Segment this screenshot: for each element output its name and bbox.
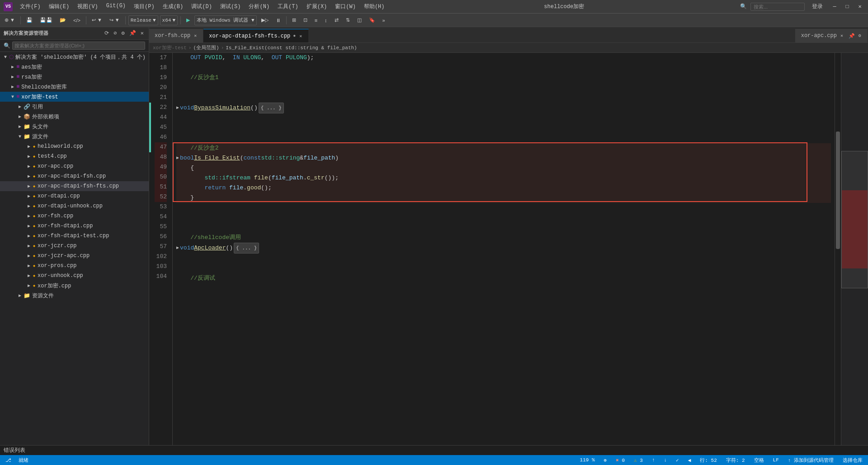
scrollbar-thumb[interactable] — [836, 132, 840, 249]
add-source-control[interactable]: ↑ 添加到源代码管理 — [786, 457, 835, 464]
toolbar-btn-7[interactable]: ◫ — [354, 15, 364, 25]
collapsed-block-57[interactable]: { ... } — [234, 243, 259, 254]
breadcrumb-item-2[interactable]: Is_File_Exist(const std::string & file_p… — [226, 45, 357, 51]
select-repo[interactable]: 选择仓库 — [841, 457, 864, 464]
vertical-scrollbar[interactable] — [835, 53, 841, 445]
file-test4[interactable]: ▶ ⬥ test4.cpp — [0, 151, 149, 161]
file-xor-jczr-apc[interactable]: ▶ ⬥ xor-jczr-apc.cpp — [0, 251, 149, 261]
line-ending[interactable]: LF — [771, 457, 781, 463]
undo-button[interactable]: ↩ ▼ — [89, 15, 105, 25]
zoom-level[interactable]: 119 % — [578, 457, 597, 463]
menu-extensions[interactable]: 扩展(X) — [303, 2, 331, 11]
tick-icon[interactable]: ✓ — [674, 457, 681, 463]
toolbar-btn-8[interactable]: 🔖 — [366, 15, 378, 25]
spaces-label[interactable]: 空格 — [752, 457, 766, 464]
save-all-button[interactable]: 💾💾 — [37, 15, 55, 25]
settings-icon[interactable]: ⚙ — [120, 29, 126, 37]
fold-arrow-48[interactable]: ▶ — [176, 153, 179, 163]
file-xor-jczr[interactable]: ▶ ⬥ xor-jczr.cpp — [0, 241, 149, 251]
toolbar-btn-4[interactable]: ↕ — [322, 15, 330, 25]
file-xor-encrypt[interactable]: ▶ ⬥ xor加密.cpp — [0, 281, 149, 291]
tree-sources[interactable]: ▼ 📁 源文件 — [0, 132, 149, 141]
code-content[interactable]: OUT PVOID, IN ULONG, OUT PULONG); //反沙盒1… — [173, 53, 835, 445]
warning-count[interactable]: ⚠ 3 — [632, 457, 645, 463]
open-button[interactable]: 📂 — [57, 15, 69, 25]
debugger-dropdown[interactable]: 本地 Windows 调试器 ▼ — [194, 15, 257, 25]
file-xor-apc[interactable]: ▶ ⬥ xor-apc.cpp — [0, 161, 149, 171]
menu-debug[interactable]: 调试(D) — [188, 2, 216, 11]
menu-help[interactable]: 帮助(H) — [360, 2, 388, 11]
attach-button[interactable]: ▶▷ — [259, 15, 271, 25]
menu-file[interactable]: 文件(F) — [16, 2, 44, 11]
menu-test[interactable]: 测试(S) — [217, 2, 245, 11]
tab-close-active[interactable]: ✕ — [298, 33, 303, 39]
minimize-button[interactable]: ─ — [830, 2, 839, 11]
menu-edit[interactable]: 编辑(E) — [45, 2, 73, 11]
tab-active[interactable]: xor-apc-dtapi-fsh-fts.cpp ● ✕ — [203, 29, 309, 42]
file-xor-fsh-dtapi[interactable]: ▶ ⬥ xor-fsh-dtapi.cpp — [0, 221, 149, 231]
file-xor-unhook[interactable]: ▶ ⬥ xor-unhook.cpp — [0, 271, 149, 281]
menu-build[interactable]: 生成(B) — [159, 2, 187, 11]
toolbar-btn-6[interactable]: ⇅ — [343, 15, 353, 25]
nav-down[interactable]: ↓ — [662, 457, 669, 463]
sync-icon[interactable]: ⟳ — [103, 29, 110, 37]
tree-references[interactable]: ▶ 🔗 引用 — [0, 102, 149, 112]
close-panel-icon[interactable]: ✕ — [139, 29, 145, 37]
new-project-button[interactable]: ⊕ ▼ — [2, 15, 18, 25]
menu-analyze[interactable]: 分析(N) — [245, 2, 273, 11]
bottom-panel-title[interactable]: 错误列表 — [4, 446, 25, 454]
project-rsa[interactable]: ▶ ■ rsa加密 — [0, 72, 149, 82]
git-branch[interactable]: ⎇ — [4, 457, 13, 463]
tree-resources[interactable]: ▶ 📁 资源文件 — [0, 291, 149, 301]
redo-button[interactable]: ↪ ▼ — [107, 15, 123, 25]
project-xor[interactable]: ▼ ■ xor加密-test — [0, 92, 149, 102]
file-helloworld[interactable]: ▶ ⬥ helloworld.cpp — [0, 141, 149, 151]
tab-close-xor-apc[interactable]: ✕ — [840, 33, 844, 39]
file-xor-fsh[interactable]: ▶ ⬥ xor-fsh.cpp — [0, 211, 149, 221]
breadcrumb-item-1[interactable]: (全局范围) — [193, 44, 219, 51]
collapsed-block-22[interactable]: { ... } — [259, 103, 284, 113]
save-button[interactable]: 💾 — [24, 15, 35, 25]
tree-external-deps[interactable]: ▶ 📦 外部依赖项 — [0, 112, 149, 122]
menu-tools[interactable]: 工具(T) — [274, 2, 302, 11]
filter-icon[interactable]: ⊘ — [112, 29, 118, 37]
toolbar-btn-9[interactable]: » — [380, 15, 388, 25]
pin-icon[interactable]: 📌 — [128, 29, 137, 37]
sidebar-search-input[interactable] — [12, 42, 145, 50]
char-col[interactable]: 字符: 2 — [724, 457, 747, 464]
file-xor-dtapi-unhook[interactable]: ▶ ⬥ xor-dtapi-unhook.cpp — [0, 201, 149, 211]
close-button[interactable]: ✕ — [855, 2, 864, 11]
menu-view[interactable]: 视图(V) — [74, 2, 102, 11]
tab-xor-fsh[interactable]: xor-fsh.cpp ✕ — [149, 29, 203, 42]
project-shellcode[interactable]: ▶ ■ Shellcode加密库 — [0, 82, 149, 92]
tab-close-xor-fsh[interactable]: ✕ — [193, 33, 198, 39]
toolbar-btn-3[interactable]: ≡ — [312, 15, 320, 25]
zoom-icon[interactable]: ⊕ — [602, 457, 609, 463]
file-xor-fsh-dtapi-test[interactable]: ▶ ⬥ xor-fsh-dtapi-test.cpp — [0, 231, 149, 241]
login-button[interactable]: 登录 — [808, 2, 826, 11]
nav-up[interactable]: ↑ — [650, 457, 657, 463]
file-xor-pros[interactable]: ▶ ⬥ xor-pros.cpp — [0, 261, 149, 271]
menu-git[interactable]: Git(G) — [103, 2, 129, 11]
toolbar-btn-5[interactable]: ⇄ — [332, 15, 341, 25]
menu-window[interactable]: 窗口(W) — [331, 2, 359, 11]
error-count[interactable]: ✖ 0 — [614, 457, 627, 463]
file-xor-dtapi[interactable]: ▶ ⬥ xor-dtapi.cpp — [0, 191, 149, 201]
code-view-button[interactable]: </> — [71, 15, 83, 25]
search-input[interactable] — [750, 3, 805, 11]
nav-left[interactable]: ◀ — [686, 457, 693, 463]
tab-settings-icon[interactable]: ⚙ — [858, 33, 862, 39]
fold-arrow-57[interactable]: ▶ — [176, 243, 179, 253]
breadcrumb-item-0[interactable]: xor加密-test — [153, 44, 187, 51]
tree-headers[interactable]: ▶ 📁 头文件 — [0, 122, 149, 132]
toolbar-btn-2[interactable]: ⊡ — [301, 15, 310, 25]
project-aes[interactable]: ▶ ■ aes加密 — [0, 62, 149, 72]
solution-root[interactable]: ▼ ⬡ 解决方案 'shellcode加密' (4 个项目，共 4 个) — [0, 52, 149, 62]
pause-button[interactable]: ⏸ — [273, 15, 283, 25]
row-col[interactable]: 行: 52 — [698, 457, 718, 464]
tab-xor-apc[interactable]: xor-apc.cpp ✕ 📌 ⚙ — [795, 29, 868, 42]
run-button[interactable]: ▶ — [184, 15, 193, 25]
toolbar-btn-1[interactable]: ⊞ — [289, 15, 299, 25]
file-xor-apc-dtapi-fsh[interactable]: ▶ ⬥ xor-apc-dtapi-fsh.cpp — [0, 171, 149, 181]
fold-arrow-22[interactable]: ▶ — [176, 103, 179, 113]
